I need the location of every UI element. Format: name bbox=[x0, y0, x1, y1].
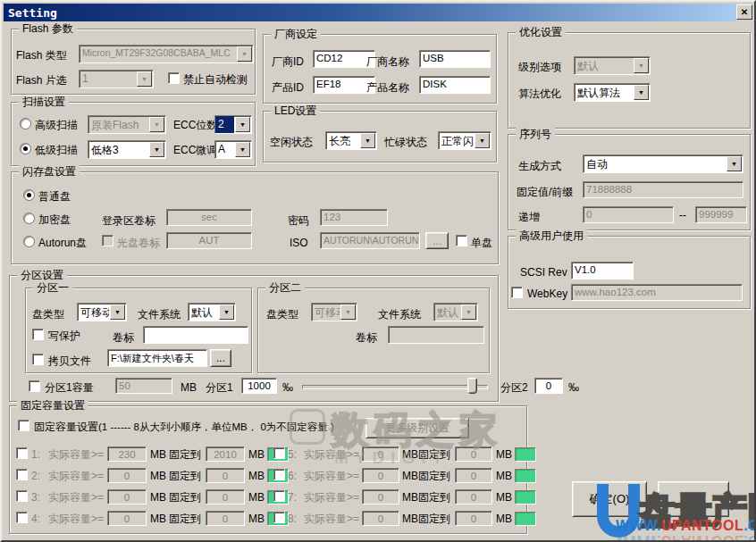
cap-row-2-checkbox[interactable] bbox=[16, 469, 28, 480]
p1-capacity-input[interactable]: 50 bbox=[115, 378, 172, 394]
cd-volume-checkbox[interactable] bbox=[102, 235, 113, 246]
cap-row-5-fixed-input[interactable]: 0 bbox=[455, 446, 492, 462]
flash-type-value: Micron_MT29F32G08CBABA_MLC bbox=[80, 46, 236, 63]
cap-row-1-actual-input[interactable]: 230 bbox=[107, 446, 147, 462]
fixed-capacity-checkbox[interactable] bbox=[18, 420, 29, 431]
opt-algo-select[interactable]: 默认算法 ▼ bbox=[574, 83, 651, 102]
p2-type-select[interactable]: 可移动 ▼ bbox=[311, 303, 357, 321]
ecc-bits-select[interactable]: 2 ▼ bbox=[214, 115, 252, 134]
p1-copy-path-input[interactable]: F:\新建文件夹\春天 bbox=[107, 349, 207, 367]
password-label: 密码 bbox=[288, 214, 309, 227]
chevron-down-icon[interactable]: ▼ bbox=[237, 46, 252, 62]
chevron-down-icon[interactable]: ▼ bbox=[340, 304, 356, 320]
cap-row-5-checkbox[interactable] bbox=[273, 447, 285, 459]
p1-fs-value: 默认 bbox=[189, 304, 218, 321]
cd-volume-input[interactable]: AUT bbox=[166, 232, 252, 249]
cap-row-1-label: 实际容量>= bbox=[48, 448, 104, 461]
ok-button[interactable]: 确定(O) bbox=[572, 481, 647, 517]
chevron-down-icon[interactable]: ▼ bbox=[634, 58, 649, 73]
chevron-down-icon[interactable]: ▼ bbox=[360, 133, 375, 148]
disable-autodetect-checkbox[interactable] bbox=[168, 72, 180, 84]
single-disk-checkbox[interactable] bbox=[456, 235, 467, 246]
webkey-checkbox[interactable] bbox=[511, 287, 523, 298]
chevron-down-icon[interactable]: ▼ bbox=[475, 133, 490, 148]
scsi-rev-input[interactable]: V1.0 bbox=[571, 262, 634, 279]
cap-row-8-fixed-input[interactable]: 0 bbox=[455, 511, 492, 526]
adv-scan-select[interactable]: 原装Flash ▼ bbox=[88, 115, 166, 134]
chevron-down-icon[interactable]: ▼ bbox=[219, 304, 234, 320]
serial-fixed-input[interactable]: 71888888 bbox=[583, 181, 743, 198]
cap-row-3-actual-input[interactable]: 0 bbox=[107, 489, 147, 504]
cap-row-3-checkbox[interactable] bbox=[16, 490, 28, 502]
cap-row-7-fixed-input[interactable]: 0 bbox=[455, 489, 492, 504]
low-scan-radio[interactable] bbox=[20, 143, 31, 154]
p1-type-select[interactable]: 可移动 ▼ bbox=[77, 303, 127, 321]
chevron-down-icon[interactable]: ▼ bbox=[235, 117, 250, 132]
p1-capacity-checkbox[interactable] bbox=[29, 380, 40, 392]
cap-row-8-actual-input[interactable]: 0 bbox=[362, 511, 399, 526]
serial-inc-to-input[interactable]: 999999 bbox=[695, 206, 747, 223]
led-busy-select[interactable]: 正常闪 ▼ bbox=[438, 131, 491, 150]
title-bar[interactable]: Setting bbox=[4, 4, 736, 21]
cap-row-6-actual-input[interactable]: 0 bbox=[362, 468, 399, 483]
adv-scan-radio[interactable] bbox=[20, 118, 31, 129]
login-volume-label: 登录区卷标 bbox=[102, 214, 155, 227]
chevron-down-icon[interactable]: ▼ bbox=[110, 304, 125, 320]
cap-row-7-checkbox[interactable] bbox=[273, 490, 285, 502]
cap-row-7-actual-input[interactable]: 0 bbox=[362, 489, 399, 504]
more-levels-button[interactable]: 更多级别设置 bbox=[365, 418, 469, 438]
cap-row-5-status-indicator bbox=[515, 447, 536, 462]
p1-volume-input[interactable] bbox=[143, 326, 248, 344]
cap-row-4-actual-input[interactable]: 0 bbox=[107, 511, 147, 526]
led-idle-select[interactable]: 长亮 ▼ bbox=[325, 131, 377, 150]
cap-row-8-checkbox[interactable] bbox=[273, 512, 285, 523]
product-name-input[interactable]: DISK bbox=[419, 76, 491, 94]
password-input[interactable]: 123 bbox=[320, 209, 388, 226]
p1-browse-button[interactable]: ... bbox=[210, 349, 231, 367]
cap-row-5-actual-input[interactable]: 0 bbox=[362, 446, 399, 462]
serial-inc-from-input[interactable]: 0 bbox=[583, 206, 674, 223]
p1-write-protect-checkbox[interactable] bbox=[32, 329, 44, 340]
cap-row-2-fixed-input[interactable]: 0 bbox=[206, 468, 245, 483]
cap-row-2-actual-input[interactable]: 0 bbox=[107, 468, 147, 483]
cap-row-4-checkbox[interactable] bbox=[16, 512, 28, 523]
chevron-down-icon[interactable]: ▼ bbox=[461, 304, 476, 320]
iso-browse-button[interactable]: ... bbox=[425, 232, 449, 249]
flash-type-select[interactable]: Micron_MT29F32G08CBABA_MLC ▼ bbox=[79, 45, 254, 63]
vendor-name-input[interactable]: USB bbox=[419, 50, 491, 68]
autorun-disk-radio[interactable] bbox=[23, 236, 35, 247]
second-button[interactable] bbox=[658, 481, 729, 517]
p2-volume-input[interactable] bbox=[388, 326, 484, 344]
opt-level-select[interactable]: 默认 ▼ bbox=[574, 56, 651, 75]
cap-row-3-mb2: MB bbox=[248, 491, 265, 504]
serial-gen-select[interactable]: 自动 ▼ bbox=[583, 154, 743, 173]
p1-fs-select[interactable]: 默认 ▼ bbox=[188, 303, 236, 321]
cap-row-6-fixed-input[interactable]: 0 bbox=[455, 468, 492, 483]
low-scan-select[interactable]: 低格3 ▼ bbox=[88, 140, 166, 159]
p1-permille-input[interactable]: 1000 bbox=[241, 378, 277, 394]
p1-copy-files-checkbox[interactable] bbox=[32, 354, 44, 365]
chevron-down-icon[interactable]: ▼ bbox=[235, 142, 250, 157]
ecc-tune-select[interactable]: A ▼ bbox=[214, 140, 252, 159]
cap-row-1-fixed-input[interactable]: 2010 bbox=[206, 446, 245, 462]
chevron-down-icon[interactable]: ▼ bbox=[727, 156, 742, 171]
flash-cs-select[interactable]: 1 ▼ bbox=[79, 70, 154, 88]
cap-row-3-fixed-input[interactable]: 0 bbox=[206, 489, 245, 504]
login-volume-input[interactable]: sec bbox=[166, 209, 252, 226]
cap-row-6-checkbox[interactable] bbox=[273, 469, 285, 480]
partition-ratio-slider-thumb[interactable] bbox=[467, 378, 477, 394]
p2-permille-input[interactable]: 0 bbox=[534, 378, 563, 394]
cap-row-4-fixed-input[interactable]: 0 bbox=[206, 511, 245, 526]
normal-disk-radio[interactable] bbox=[23, 189, 35, 201]
close-icon[interactable]: ✕ bbox=[736, 4, 752, 20]
partition-ratio-slider-track[interactable] bbox=[302, 385, 488, 389]
chevron-down-icon[interactable]: ▼ bbox=[137, 71, 152, 87]
chevron-down-icon[interactable]: ▼ bbox=[149, 117, 164, 132]
cap-row-1-checkbox[interactable] bbox=[16, 447, 28, 459]
encrypt-disk-radio[interactable] bbox=[23, 213, 35, 224]
iso-path-input[interactable]: AUTORUN\AUTORUN bbox=[320, 232, 420, 249]
p2-fs-select[interactable]: 默认 ▼ bbox=[433, 303, 478, 321]
chevron-down-icon[interactable]: ▼ bbox=[634, 85, 649, 100]
webkey-input[interactable]: www.hao123.com bbox=[571, 284, 743, 301]
chevron-down-icon[interactable]: ▼ bbox=[149, 142, 164, 157]
